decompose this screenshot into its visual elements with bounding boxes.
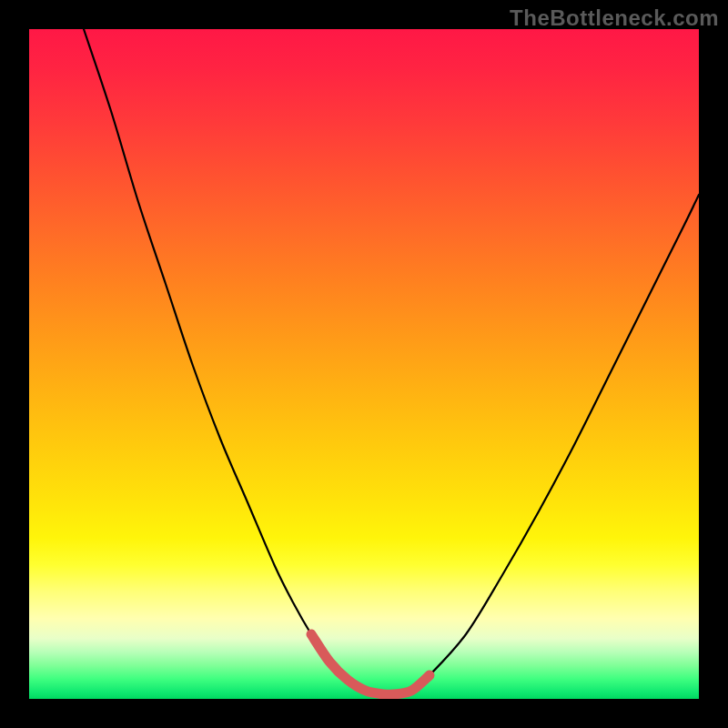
highlight-segment [311,634,430,695]
chart-frame: TheBottleneck.com [0,0,728,728]
chart-svg [29,29,699,699]
watermark: TheBottleneck.com [510,5,719,31]
bottleneck-curve [84,29,699,695]
